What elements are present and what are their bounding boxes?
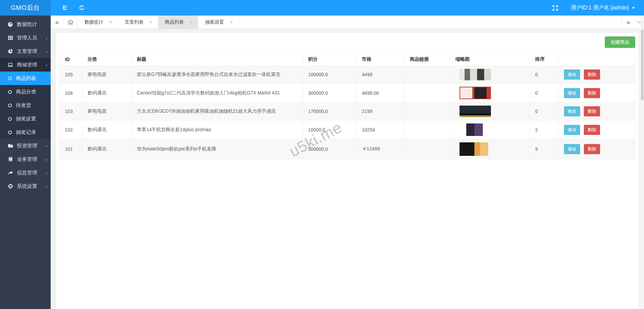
edit-button[interactable]: 修改 (564, 69, 580, 80)
tab-close-icon[interactable]: × (229, 19, 234, 25)
table-row: 105 家电电器 碧云泉G7弱碱反渗透净水器家用即热台式自来水过滤直饮一体机莱克… (60, 66, 635, 84)
sidebar-item-data-stats[interactable]: 数据统计 (0, 18, 51, 31)
delete-button[interactable]: 删除 (584, 125, 600, 135)
sidebar-item-lottery-records[interactable]: 抽奖记录 (0, 125, 51, 139)
cell-category: 家电电器 (82, 103, 132, 120)
product-thumbnail (460, 142, 488, 156)
panel-toolbar: 创建商品 (59, 36, 635, 48)
user-info-label: 用户ID:1 用户名:[admin] (571, 4, 628, 11)
cell-sort: 0 (530, 103, 559, 120)
table-row: 104 数码通讯 Canon/佳能g7x2二代高清学生数码旅游入门vlog相机G… (60, 84, 635, 103)
cell-category: 数码通讯 (82, 139, 132, 159)
sidebar-item-label: 管理人员 (17, 35, 37, 41)
tabs-scroll-left-button[interactable]: « (51, 16, 64, 29)
col-header-price: 市格 (357, 53, 405, 66)
chevron-right-icon: › (46, 35, 47, 41)
sidebar-item-business[interactable]: 业务管理 › (0, 152, 51, 166)
cell-actions: 修改 删除 (559, 120, 635, 139)
gauge-icon (7, 22, 13, 27)
chevron-right-icon: › (46, 184, 47, 189)
delete-button[interactable]: 删除 (584, 88, 600, 98)
chevron-right-icon: › (46, 157, 47, 162)
col-header-thumbnail: 缩略图 (450, 53, 530, 66)
delete-button[interactable]: 删除 (584, 144, 600, 154)
sidebar-item-label: 信息管理 (17, 170, 37, 176)
cell-title: 方太JCD6/JCD7排抽油烟机家用吸油机抽烟机21超大风力挥手感应 (132, 103, 303, 120)
cell-id: 101 (60, 139, 82, 159)
col-header-points: 积分 (303, 53, 357, 66)
cell-price: 4499 (357, 66, 405, 84)
sidebar-item-product-category[interactable]: 商品分类 (0, 85, 51, 99)
edit-button[interactable]: 修改 (564, 88, 580, 98)
sidebar-item-lottery-settings[interactable]: 抽奖设置 (0, 112, 51, 125)
sidebar-item-system-settings[interactable]: 系统设置 › (0, 179, 51, 193)
delete-button[interactable]: 删除 (584, 106, 600, 116)
edit-button[interactable]: 修改 (564, 144, 580, 154)
tab-close-icon[interactable]: × (108, 19, 114, 25)
sidebar-item-pending-shipment[interactable]: 待发货 (0, 99, 51, 112)
tab-label: 抽奖设置 (205, 19, 224, 25)
cell-link (405, 66, 450, 84)
home-tab[interactable] (64, 16, 78, 29)
table-row: 103 家电电器 方太JCD6/JCD7排抽油烟机家用吸油机抽烟机21超大风力挥… (60, 103, 635, 120)
delete-button[interactable]: 删除 (584, 69, 600, 80)
cell-actions: 修改 删除 (559, 66, 635, 84)
tab-close-icon[interactable]: × (189, 19, 194, 25)
sidebar-item-label: 抽奖设置 (16, 116, 36, 122)
sidebar-item-mall[interactable]: 商城管理 › (0, 58, 51, 72)
admin-app: GMO后台 用户ID:1 用户名:[admin] (0, 0, 644, 309)
sidebar-nav: 数据统计 管理人员 › 文章管理 › (0, 16, 51, 309)
cell-category: 数码通讯 (82, 84, 132, 103)
menu-collapse-icon[interactable] (60, 4, 68, 12)
sidebar-item-product-list[interactable]: 商品列表 (0, 72, 51, 85)
edit-button[interactable]: 修改 (564, 106, 580, 116)
circle-icon (8, 77, 12, 80)
col-header-id: ID (60, 53, 82, 66)
sidebar-item-label: 数据统计 (17, 21, 37, 28)
cell-link (405, 120, 450, 139)
sidebar-item-admins[interactable]: 管理人员 › (0, 31, 51, 45)
folder-icon (7, 143, 13, 149)
cell-id: 104 (60, 84, 82, 103)
pie-chart-icon (7, 49, 13, 54)
sidebar-item-information[interactable]: 信息管理 › (0, 166, 51, 179)
share-icon (7, 170, 13, 176)
col-header-title: 标题 (132, 53, 303, 66)
circle-icon (8, 117, 12, 121)
edit-button[interactable]: 修改 (564, 125, 580, 135)
cell-category: 数码通讯 (82, 120, 132, 139)
fullscreen-icon[interactable] (551, 4, 559, 12)
settings-icon (7, 184, 13, 189)
tabs-scroll-right-button[interactable]: » (622, 16, 635, 29)
table-row: 101 数码通讯 华为mate50pro新款por系列e手机直降 500000.… (60, 139, 635, 159)
page-scrollbar[interactable] (641, 16, 644, 309)
chevron-right-icon: › (46, 49, 47, 54)
sidebar-item-articles[interactable]: 文章管理 › (0, 45, 51, 58)
create-product-button[interactable]: 创建商品 (605, 36, 635, 48)
tab-bar: « 数据统计 × 文章列表 × 商品列表 × 抽奖设置 × » (51, 16, 644, 29)
tab-article-list[interactable]: 文章列表 × (118, 16, 158, 29)
sidebar-item-label: 待发货 (16, 102, 31, 109)
table-row: 102 数码通讯 苹果14手机官网全新14plus promax 10000.0… (60, 120, 635, 139)
col-header-sort: 排序 (530, 53, 559, 66)
scrollbar-thumb[interactable] (641, 30, 644, 101)
product-list-panel: 创建商品 ID 分类 标题 积分 市格 (56, 33, 639, 309)
col-header-actions (559, 53, 635, 66)
sidebar-item-investment[interactable]: 投资管理 › (0, 139, 51, 152)
user-menu[interactable]: 用户ID:1 用户名:[admin] ▼ (571, 4, 635, 11)
app-logo: GMO后台 (0, 0, 51, 16)
tab-close-icon[interactable]: × (148, 19, 154, 25)
tab-label: 文章列表 (125, 19, 144, 25)
book-icon (7, 157, 13, 162)
tab-data-stats[interactable]: 数据统计 × (78, 16, 118, 29)
laptop-icon (7, 62, 13, 68)
chevron-right-icon: › (46, 170, 47, 176)
cell-id: 103 (60, 103, 82, 120)
tab-lottery-settings[interactable]: 抽奖设置 × (198, 16, 239, 29)
tab-product-list[interactable]: 商品列表 × (158, 16, 198, 29)
cell-link (405, 103, 450, 120)
caret-down-icon: ▼ (631, 6, 635, 10)
refresh-icon[interactable] (78, 4, 86, 12)
sidebar-item-label: 商品列表 (16, 75, 36, 82)
cell-points: 100000.0 (303, 66, 357, 84)
